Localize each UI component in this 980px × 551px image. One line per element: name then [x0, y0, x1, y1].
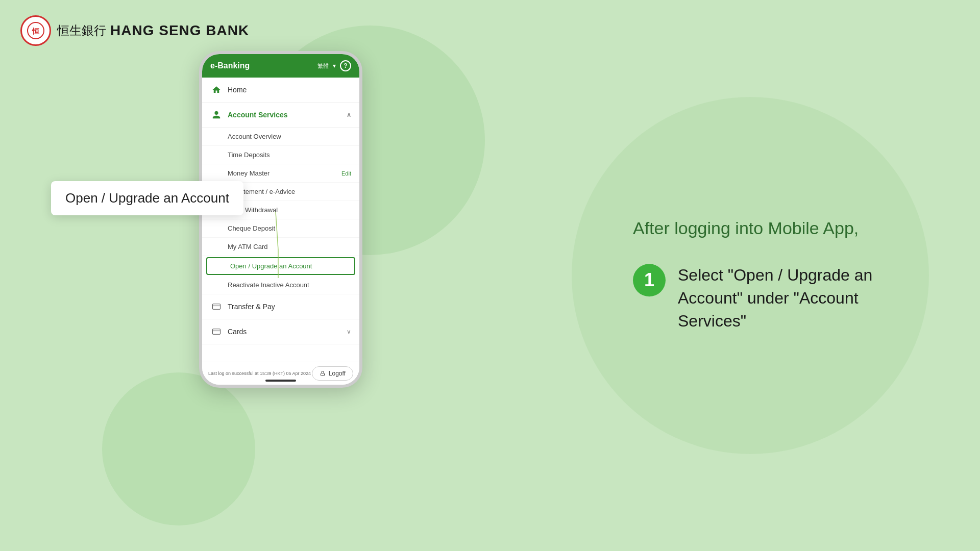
transfer-pay-icon: [210, 300, 223, 313]
step-description: Select "Open / Upgrade an Account" under…: [678, 264, 872, 332]
sub-menu-account-overview[interactable]: Account Overview: [202, 128, 359, 146]
lock-icon: [320, 370, 326, 377]
step-number: 1: [633, 264, 666, 296]
svg-rect-7: [321, 373, 324, 376]
svg-text:恒: 恒: [32, 27, 40, 35]
menu-item-transfer-pay[interactable]: Transfer & Pay: [202, 294, 359, 319]
phone-mockup: e-Banking 繁體 ▾ ? Home: [199, 51, 362, 388]
logo-svg-icon: 恒: [27, 21, 45, 40]
menu-home-label: Home: [228, 86, 247, 94]
menu-item-account-services[interactable]: Account Services ∧: [202, 103, 359, 128]
callout-box: Open / Upgrade an Account: [51, 181, 243, 215]
account-services-chevron: ∧: [347, 111, 351, 118]
sub-menu-money-master[interactable]: Money Master Edit: [202, 164, 359, 183]
phone-app-title: e-Banking: [210, 61, 250, 70]
svg-rect-4: [213, 304, 220, 310]
cards-chevron: ∨: [347, 328, 351, 335]
sub-menu-reactivate[interactable]: Reactivate Inactive Account: [202, 276, 359, 294]
logoff-button[interactable]: Logoff: [312, 366, 353, 381]
menu-item-cards[interactable]: Cards ∨: [202, 319, 359, 344]
phone-frame: e-Banking 繁體 ▾ ? Home: [199, 51, 362, 388]
phone-lang-chevron: ▾: [333, 62, 336, 69]
menu-account-services-label: Account Services: [228, 111, 288, 119]
account-services-icon: [210, 109, 223, 121]
callout-text: Open / Upgrade an Account: [65, 190, 229, 206]
money-master-edit-label: Edit: [341, 170, 351, 177]
logo-english-text: HANG SENG BANK: [110, 22, 249, 39]
last-login-text: Last log on successful at 15:39 (HKT) 05…: [208, 370, 311, 377]
step-container: 1 Select "Open / Upgrade an Account" und…: [633, 264, 939, 332]
bg-circle-small: [102, 372, 255, 525]
home-icon: [210, 84, 223, 96]
logo-circle: 恒: [20, 15, 51, 46]
logo-chinese-text: 恒生銀行: [57, 22, 106, 39]
phone-header-right: 繁體 ▾ ?: [317, 60, 351, 71]
phone-header: e-Banking 繁體 ▾ ?: [202, 54, 359, 78]
menu-cards-label: Cards: [228, 328, 247, 336]
phone-help-icon[interactable]: ?: [340, 60, 351, 71]
phone-home-indicator: [265, 380, 296, 382]
header-logo: 恒 恒生銀行 HANG SENG BANK: [20, 15, 249, 46]
menu-item-home[interactable]: Home: [202, 78, 359, 103]
svg-rect-5: [213, 329, 220, 335]
phone-language[interactable]: 繁體: [317, 62, 329, 70]
menu-transfer-pay-label: Transfer & Pay: [228, 303, 275, 311]
sub-menu-my-atm-card[interactable]: My ATM Card: [202, 238, 359, 256]
sub-menu-cheque-deposit[interactable]: Cheque Deposit: [202, 219, 359, 238]
sub-menu-time-deposits[interactable]: Time Deposits: [202, 146, 359, 164]
right-content: After logging into Mobile App, 1 Select …: [633, 218, 939, 332]
cards-icon: [210, 325, 223, 338]
phone-content: Home Account Services ∧ Account Overview…: [202, 78, 359, 353]
subtitle-text: After logging into Mobile App,: [633, 218, 939, 238]
sub-menu-open-upgrade[interactable]: Open / Upgrade an Account: [206, 257, 355, 275]
